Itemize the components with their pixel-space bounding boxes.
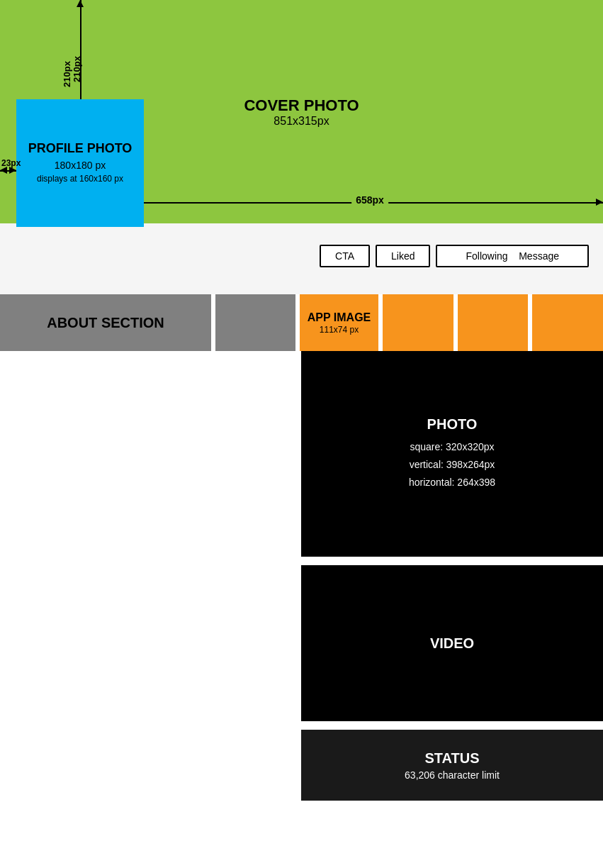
tab-about-section[interactable]: ABOUT SECTION	[0, 294, 211, 351]
about-section-label: ABOUT SECTION	[47, 313, 164, 332]
video-box: VIDEO	[301, 565, 603, 721]
right-panel: PHOTO square: 320x320px vertical: 398x26…	[301, 351, 603, 812]
tab-orange-3[interactable]	[532, 294, 603, 351]
photo-square: square: 320x320px	[409, 438, 495, 456]
photo-box: PHOTO square: 320x320px vertical: 398x26…	[301, 351, 603, 557]
buttons-row: CTA Liked Following Message	[320, 245, 589, 267]
tabs-row: ABOUT SECTION APP IMAGE 111x74 px	[0, 294, 603, 351]
message-label: Message	[519, 250, 559, 262]
app-image-title: APP IMAGE	[308, 311, 371, 324]
dim-658-label: 658px	[351, 194, 388, 206]
arrow-23	[0, 170, 16, 172]
tab-gray[interactable]	[215, 294, 295, 351]
following-label: Following	[466, 250, 507, 262]
tab-app-image[interactable]: APP IMAGE 111x74 px	[300, 294, 378, 351]
status-title: STATUS	[424, 750, 479, 767]
app-image-dimensions: 111x74 px	[320, 325, 359, 335]
following-message-button[interactable]: Following Message	[436, 245, 589, 267]
content-panels: PHOTO square: 320x320px vertical: 398x26…	[0, 351, 603, 812]
profile-photo-size: 180x180 px	[55, 160, 106, 171]
arrow-658: 658px	[137, 202, 603, 204]
tab-orange-2[interactable]	[458, 294, 529, 351]
dim-23-label: 23px	[1, 158, 21, 168]
cta-button[interactable]: CTA	[320, 245, 370, 267]
left-panel	[0, 351, 301, 812]
photo-horizontal: horizontal: 264x398	[409, 474, 495, 491]
liked-button[interactable]: Liked	[376, 245, 430, 267]
photo-title: PHOTO	[427, 416, 478, 433]
photo-vertical: vertical: 398x264px	[409, 456, 495, 474]
cover-label: COVER PHOTO 851x315px	[244, 96, 359, 128]
cover-title: COVER PHOTO	[244, 96, 359, 115]
profile-photo: PROFILE PHOTO 180x180 px displays at 160…	[16, 99, 144, 227]
tab-orange-1[interactable]	[383, 294, 453, 351]
cover-dimensions: 851x315px	[244, 115, 359, 128]
profile-photo-title: PROFILE PHOTO	[28, 141, 133, 157]
main-content: ABOUT SECTION APP IMAGE 111x74 px PHOTO …	[0, 294, 603, 812]
video-title: VIDEO	[430, 635, 474, 652]
photo-details: square: 320x320px vertical: 398x264px ho…	[409, 438, 495, 492]
dimension-210px: 210px	[72, 56, 82, 82]
dim-210-label: 210px	[62, 61, 72, 87]
status-limit: 63,206 character limit	[405, 769, 500, 781]
status-box: STATUS 63,206 character limit	[301, 730, 603, 801]
profile-photo-display: displays at 160x160 px	[37, 174, 123, 185]
profile-overlap-area: PROFILE PHOTO 180x180 px displays at 160…	[0, 223, 603, 294]
